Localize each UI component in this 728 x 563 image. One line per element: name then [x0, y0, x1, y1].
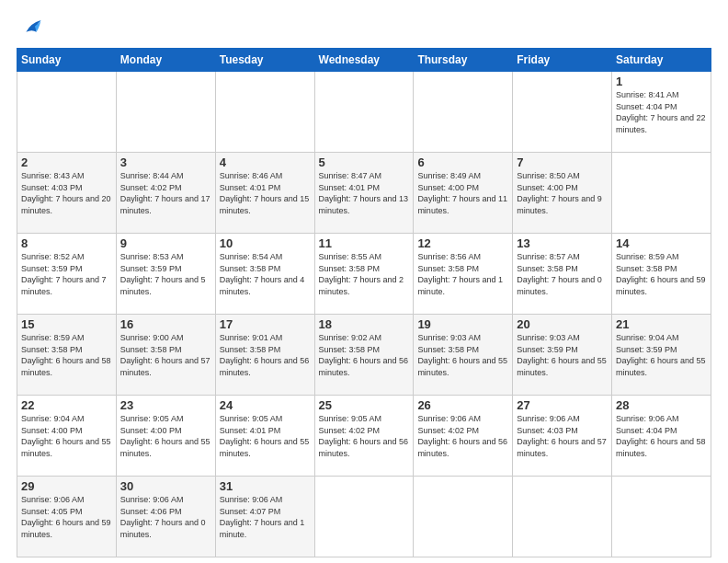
day-number: 15 — [21, 317, 112, 331]
day-info: Sunrise: 9:00 AMSunset: 3:58 PMDaylight:… — [120, 332, 211, 378]
calendar-day-cell: 31Sunrise: 9:06 AMSunset: 4:07 PMDayligh… — [215, 477, 314, 557]
day-info: Sunrise: 8:44 AMSunset: 4:02 PMDaylight:… — [120, 170, 211, 216]
calendar-day-cell: 3Sunrise: 8:44 AMSunset: 4:02 PMDaylight… — [116, 153, 215, 234]
day-number: 7 — [517, 155, 608, 169]
calendar-header-row: SundayMondayTuesdayWednesdayThursdayFrid… — [17, 49, 711, 72]
day-number: 11 — [319, 236, 410, 250]
day-number: 28 — [616, 398, 707, 412]
day-info: Sunrise: 9:06 AMSunset: 4:03 PMDaylight:… — [517, 413, 608, 459]
day-number: 10 — [220, 236, 311, 250]
calendar-day-cell: 4Sunrise: 8:46 AMSunset: 4:01 PMDaylight… — [215, 153, 314, 234]
day-info: Sunrise: 9:06 AMSunset: 4:02 PMDaylight:… — [417, 413, 508, 459]
calendar-day-cell: 24Sunrise: 9:05 AMSunset: 4:01 PMDayligh… — [215, 396, 314, 477]
calendar-day-cell: 12Sunrise: 8:56 AMSunset: 3:58 PMDayligh… — [414, 234, 513, 315]
calendar-day-header: Thursday — [414, 49, 513, 72]
day-number: 19 — [417, 317, 508, 331]
day-info: Sunrise: 8:50 AMSunset: 4:00 PMDaylight:… — [517, 170, 608, 216]
day-number: 17 — [220, 317, 311, 331]
calendar-day-cell: 20Sunrise: 9:03 AMSunset: 3:59 PMDayligh… — [513, 315, 612, 396]
day-info: Sunrise: 8:49 AMSunset: 4:00 PMDaylight:… — [417, 170, 508, 216]
day-info: Sunrise: 8:57 AMSunset: 3:58 PMDaylight:… — [517, 251, 608, 297]
calendar-empty-cell — [513, 477, 612, 557]
calendar-day-cell: 19Sunrise: 9:03 AMSunset: 3:58 PMDayligh… — [414, 315, 513, 396]
day-info: Sunrise: 8:59 AMSunset: 3:58 PMDaylight:… — [21, 332, 112, 378]
calendar-empty-cell — [414, 477, 513, 557]
calendar-empty-cell — [314, 72, 414, 153]
day-info: Sunrise: 9:05 AMSunset: 4:01 PMDaylight:… — [220, 413, 311, 459]
day-number: 23 — [120, 398, 211, 412]
day-info: Sunrise: 8:41 AMSunset: 4:04 PMDaylight:… — [616, 89, 707, 135]
day-number: 18 — [319, 317, 410, 331]
day-info: Sunrise: 8:43 AMSunset: 4:03 PMDaylight:… — [21, 170, 112, 216]
calendar-empty-cell — [513, 72, 612, 153]
day-info: Sunrise: 9:06 AMSunset: 4:05 PMDaylight:… — [21, 494, 112, 540]
day-info: Sunrise: 8:56 AMSunset: 3:58 PMDaylight:… — [417, 251, 508, 297]
day-number: 8 — [21, 236, 112, 250]
day-number: 4 — [220, 155, 311, 169]
day-number: 21 — [616, 317, 707, 331]
day-info: Sunrise: 8:52 AMSunset: 3:59 PMDaylight:… — [21, 251, 112, 297]
calendar-day-cell: 14Sunrise: 8:59 AMSunset: 3:58 PMDayligh… — [612, 234, 711, 315]
day-number: 16 — [120, 317, 211, 331]
day-info: Sunrise: 8:46 AMSunset: 4:01 PMDaylight:… — [220, 170, 311, 216]
day-number: 20 — [517, 317, 608, 331]
day-info: Sunrise: 9:04 AMSunset: 3:59 PMDaylight:… — [616, 332, 707, 378]
calendar-day-cell: 22Sunrise: 9:04 AMSunset: 4:00 PMDayligh… — [17, 396, 117, 477]
logo-bird-icon — [20, 17, 42, 39]
calendar-empty-cell — [116, 72, 215, 153]
logo — [17, 17, 44, 39]
day-info: Sunrise: 9:05 AMSunset: 4:02 PMDaylight:… — [319, 413, 410, 459]
calendar-day-cell: 5Sunrise: 8:47 AMSunset: 4:01 PMDaylight… — [314, 153, 414, 234]
day-number: 29 — [21, 479, 112, 493]
calendar-day-cell: 7Sunrise: 8:50 AMSunset: 4:00 PMDaylight… — [513, 153, 612, 234]
calendar-day-header: Monday — [116, 49, 215, 72]
calendar-day-cell: 16Sunrise: 9:00 AMSunset: 3:58 PMDayligh… — [116, 315, 215, 396]
calendar-day-header: Tuesday — [215, 49, 314, 72]
calendar-day-cell: 9Sunrise: 8:53 AMSunset: 3:59 PMDaylight… — [116, 234, 215, 315]
calendar-day-cell: 17Sunrise: 9:01 AMSunset: 3:58 PMDayligh… — [215, 315, 314, 396]
day-number: 1 — [616, 75, 707, 88]
calendar-day-cell: 25Sunrise: 9:05 AMSunset: 4:02 PMDayligh… — [314, 396, 414, 477]
calendar-empty-cell — [414, 72, 513, 153]
calendar-day-cell: 6Sunrise: 8:49 AMSunset: 4:00 PMDaylight… — [414, 153, 513, 234]
day-info: Sunrise: 8:53 AMSunset: 3:59 PMDaylight:… — [120, 251, 211, 297]
calendar-day-cell: 18Sunrise: 9:02 AMSunset: 3:58 PMDayligh… — [314, 315, 414, 396]
day-number: 27 — [517, 398, 608, 412]
day-number: 24 — [220, 398, 311, 412]
day-info: Sunrise: 9:03 AMSunset: 3:58 PMDaylight:… — [417, 332, 508, 378]
calendar-day-cell: 26Sunrise: 9:06 AMSunset: 4:02 PMDayligh… — [414, 396, 513, 477]
logo-text — [17, 17, 44, 39]
day-info: Sunrise: 9:06 AMSunset: 4:04 PMDaylight:… — [616, 413, 707, 459]
day-info: Sunrise: 8:55 AMSunset: 3:58 PMDaylight:… — [319, 251, 410, 297]
day-info: Sunrise: 8:47 AMSunset: 4:01 PMDaylight:… — [319, 170, 410, 216]
calendar-day-cell: 30Sunrise: 9:06 AMSunset: 4:06 PMDayligh… — [116, 477, 215, 557]
calendar-week-row: 8Sunrise: 8:52 AMSunset: 3:59 PMDaylight… — [17, 234, 711, 315]
calendar-day-cell: 1Sunrise: 8:41 AMSunset: 4:04 PMDaylight… — [612, 72, 711, 153]
calendar-day-header: Friday — [513, 49, 612, 72]
calendar-day-cell: 28Sunrise: 9:06 AMSunset: 4:04 PMDayligh… — [612, 396, 711, 477]
day-number: 14 — [616, 236, 707, 250]
calendar-week-row: 22Sunrise: 9:04 AMSunset: 4:00 PMDayligh… — [17, 396, 711, 477]
calendar-day-cell: 10Sunrise: 8:54 AMSunset: 3:58 PMDayligh… — [215, 234, 314, 315]
day-info: Sunrise: 9:03 AMSunset: 3:59 PMDaylight:… — [517, 332, 608, 378]
day-info: Sunrise: 9:06 AMSunset: 4:06 PMDaylight:… — [120, 494, 211, 540]
day-number: 5 — [319, 155, 410, 169]
calendar-day-cell: 29Sunrise: 9:06 AMSunset: 4:05 PMDayligh… — [17, 477, 117, 557]
day-info: Sunrise: 8:54 AMSunset: 3:58 PMDaylight:… — [220, 251, 311, 297]
day-info: Sunrise: 8:59 AMSunset: 3:58 PMDaylight:… — [616, 251, 707, 297]
day-number: 6 — [417, 155, 508, 169]
calendar-week-row: 1Sunrise: 8:41 AMSunset: 4:04 PMDaylight… — [17, 72, 711, 153]
day-number: 25 — [319, 398, 410, 412]
calendar-day-cell: 23Sunrise: 9:05 AMSunset: 4:00 PMDayligh… — [116, 396, 215, 477]
calendar-empty-cell — [17, 72, 117, 153]
day-number: 30 — [120, 479, 211, 493]
day-number: 12 — [417, 236, 508, 250]
calendar-empty-cell — [612, 477, 711, 557]
calendar-empty-cell — [314, 477, 414, 557]
calendar-week-row: 29Sunrise: 9:06 AMSunset: 4:05 PMDayligh… — [17, 477, 711, 557]
day-number: 13 — [517, 236, 608, 250]
calendar-week-row: 15Sunrise: 8:59 AMSunset: 3:58 PMDayligh… — [17, 315, 711, 396]
calendar-table: SundayMondayTuesdayWednesdayThursdayFrid… — [17, 48, 711, 557]
day-number: 2 — [21, 155, 112, 169]
calendar-day-cell: 8Sunrise: 8:52 AMSunset: 3:59 PMDaylight… — [17, 234, 117, 315]
